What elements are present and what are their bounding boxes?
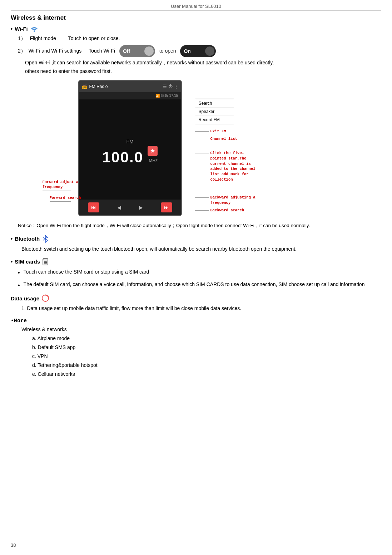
svg-point-0 <box>34 30 35 32</box>
more-item-a: a. Airplane mode <box>32 334 381 343</box>
fm-radio-icon: 📻 <box>82 84 87 89</box>
toggle-on-circle <box>205 46 214 56</box>
backward-search-label: Backward search <box>210 208 244 213</box>
backward-adj-label: Backward adjusting afrequency <box>210 195 255 205</box>
more-sub-heading: Wireless & networks <box>21 325 381 334</box>
flight-mode-item: 1） Flight mode Touch to open or close. <box>18 34 381 42</box>
fm-outer: Forward adjust afrequency Forward search… <box>78 80 314 216</box>
wifi-settings-label: Wi-Fi and Wi-Fi settings <box>29 48 82 54</box>
forward-search-line <box>50 201 71 202</box>
wifi-desc-lines: Open Wi-Fi ,it can search for available … <box>25 59 381 76</box>
fm-controls: ⏮ ◀ ▶ ⏭ <box>79 200 181 215</box>
fm-screen-container: Forward adjust afrequency Forward search… <box>78 80 182 216</box>
fm-statusbar: 📶 65% 17:15 <box>79 92 181 99</box>
fm-left-btn[interactable]: ◀ <box>117 205 121 210</box>
more-item-c: c. VPN <box>32 352 381 361</box>
fm-time: 17:15 <box>169 94 178 98</box>
exit-fm-line <box>195 131 209 132</box>
fm-screen: 📻 FM Radio ☰ ⏻ ⋮ 📶 65% 17:15 FM <box>78 80 182 216</box>
bluetooth-label: Bluetooth <box>15 236 40 242</box>
fm-next-btn[interactable]: ⏭ <box>161 202 172 212</box>
menu-icon: ☰ <box>163 84 167 89</box>
svg-rect-3 <box>44 261 47 264</box>
fm-status-icons: 📶 65% <box>155 94 168 98</box>
forward-search-label-container: Forward search <box>50 195 81 202</box>
toggle-on-text: On <box>184 47 190 55</box>
power-icon: ⏻ <box>168 84 173 89</box>
wifi-line3: others need to enter the password first. <box>25 67 381 76</box>
star-desc-label: Click the five-pointed star,Thecurrent c… <box>210 151 255 182</box>
forward-adjust-line <box>43 191 71 191</box>
sim-item-1: Touch can choose the SIM card or stop us… <box>18 268 381 278</box>
flight-mode-desc: Touch to open or close. <box>68 35 120 41</box>
fm-topbar: 📻 FM Radio ☰ ⏻ ⋮ <box>79 81 181 92</box>
sim-item-2: The default SIM card, can choose a voice… <box>18 280 381 290</box>
data-usage-text: Data usage set up mobile data traffic li… <box>27 305 242 311</box>
exit-fm-label: Exit FM <box>210 129 226 134</box>
fm-prev-btn[interactable]: ⏮ <box>88 202 99 212</box>
wifi-icon <box>30 25 39 32</box>
backward-adj-label-row: Backward adjusting afrequency <box>195 195 314 205</box>
more-list: a. Airplane mode b. Default SMS app c. V… <box>32 334 381 379</box>
page-number: 38 <box>11 542 16 548</box>
forward-adjust-label: Forward adjust afrequency <box>43 180 79 190</box>
data-usage-heading: Data usage <box>11 294 381 302</box>
sim-bullet: • <box>11 259 13 265</box>
backward-adj-line <box>195 197 209 198</box>
flight-mode-number: 1） <box>18 35 26 41</box>
wifi-settings-to-open: to open <box>159 48 176 54</box>
exit-fm-label-row: Exit FM <box>195 129 314 134</box>
fm-frequency: 100.0 <box>102 149 143 166</box>
bluetooth-icon <box>42 235 49 243</box>
page-title: Wireless & internet <box>11 14 381 21</box>
wifi-settings-prefix: Touch Wi-Fi <box>89 48 115 54</box>
bluetooth-desc: Bluetooth switch and setting up the touc… <box>21 245 381 254</box>
sim-heading: • SIM cards <box>11 258 381 266</box>
fm-freq-row: 100.0 ★ MHz <box>102 146 158 166</box>
toggle-off[interactable]: Off <box>119 45 155 57</box>
data-usage-item: 1. Data usage set up mobile data traffic… <box>21 304 381 313</box>
wifi-settings-item: 2） Wi-Fi and Wi-Fi settings Touch Wi-Fi … <box>18 45 381 57</box>
fm-mhz: MHz <box>149 158 158 163</box>
backward-search-label-row: Backward search <box>195 208 314 213</box>
fm-right-btn[interactable]: ▶ <box>139 205 143 210</box>
star-desc-line <box>195 153 209 153</box>
wifi-heading: • Wi-Fi <box>11 25 381 32</box>
toggle-off-text: Off <box>123 47 130 55</box>
more-wireless-networks: Wireless & networks <box>21 326 67 332</box>
wifi-line2: Open Wi-Fi ,it can search for available … <box>25 59 381 67</box>
sim-item-2-text: The default SIM card, can choose a voice… <box>24 280 365 290</box>
channel-list-label-row: Channel list <box>195 136 314 142</box>
data-usage-label: Data usage <box>11 295 39 301</box>
channel-list-line <box>195 139 209 139</box>
more-item-e: e. Celluar networks <box>32 370 381 379</box>
flight-mode-label: Flight mode <box>30 35 56 41</box>
toggle-on[interactable]: On <box>180 45 216 57</box>
more-heading: •More <box>11 318 381 324</box>
sim-icon <box>42 258 49 266</box>
more-item-b: b. Default SMS app <box>32 343 381 352</box>
data-usage-section: Data usage 1. Data usage set up mobile d… <box>11 294 381 313</box>
bluetooth-bullet: • <box>11 236 13 242</box>
more-section: •More Wireless & networks a. Airplane mo… <box>11 318 381 379</box>
sim-label: SIM cards <box>15 259 40 265</box>
data-usage-num: 1. <box>21 305 27 311</box>
wifi-section: • Wi-Fi 1） Flight mode Touch to open or … <box>11 25 381 76</box>
fm-diagram-wrapper: Forward adjust afrequency Forward search… <box>11 80 381 216</box>
more-item-d: d. Tethering&portable hotspot <box>32 361 381 370</box>
bluetooth-section: • Bluetooth Bluetooth switch and setting… <box>11 235 381 254</box>
menu-item-search: Search <box>195 99 234 108</box>
channel-list-label: Channel list <box>210 136 238 142</box>
fm-label: FM <box>126 139 133 144</box>
fm-content: FM 100.0 ★ MHz <box>79 99 181 205</box>
star-desc-label-row: Click the five-pointed star,Thecurrent c… <box>195 151 314 182</box>
more-icon: ⋮ <box>174 84 178 89</box>
toggle-off-circle <box>144 46 154 56</box>
page-header: User Manual for SL6010 <box>11 4 381 11</box>
header-title: User Manual for SL6010 <box>171 4 221 9</box>
backward-search-line <box>195 210 209 211</box>
bullet-dot: • <box>11 26 13 32</box>
wifi-settings-number: 2） <box>18 48 26 54</box>
forward-search-label: Forward search <box>50 195 81 201</box>
fm-star-btn[interactable]: ★ <box>148 146 158 156</box>
